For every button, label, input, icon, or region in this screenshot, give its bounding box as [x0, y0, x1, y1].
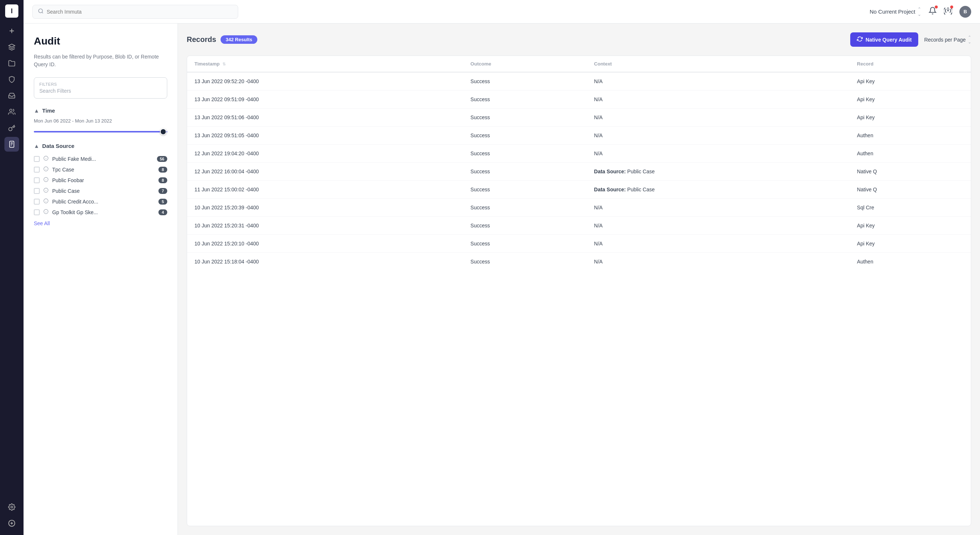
antenna-badge	[950, 5, 953, 8]
cell-outcome: Success	[463, 253, 587, 271]
filter-checkbox[interactable]	[34, 188, 40, 194]
table-row[interactable]: 12 Jun 2022 19:04:20 -0400 Success N/A A…	[187, 145, 971, 163]
table-row[interactable]: 13 Jun 2022 09:51:05 -0400 Success N/A A…	[187, 126, 971, 145]
project-selector[interactable]: No Current Project ⌃⌄	[870, 6, 921, 17]
records-per-page-selector[interactable]: Records per Page ⌃⌄	[924, 35, 971, 45]
svg-marker-2	[9, 44, 15, 47]
user-avatar[interactable]: B	[959, 6, 971, 18]
table-row[interactable]: 13 Jun 2022 09:51:09 -0400 Success N/A A…	[187, 91, 971, 109]
filter-checkbox[interactable]	[34, 167, 40, 172]
sidebar-item-key[interactable]	[5, 121, 19, 136]
cell-context: N/A	[587, 126, 850, 145]
col-context: Context	[587, 56, 850, 72]
filter-item[interactable]: Public Credit Acco... 5	[34, 196, 167, 207]
cell-outcome: Success	[463, 180, 587, 199]
cell-context: N/A	[587, 235, 850, 253]
range-slider[interactable]	[34, 128, 167, 136]
filter-item[interactable]: Public Fake Medi... 56	[34, 153, 167, 164]
range-thumb[interactable]	[160, 128, 167, 135]
see-all-link[interactable]: See All	[34, 220, 50, 226]
filter-checkbox[interactable]	[34, 177, 40, 183]
filter-badge: 4	[158, 209, 167, 215]
outcome-label: Outcome	[471, 61, 491, 67]
sidebar-item-add[interactable]	[5, 24, 19, 38]
data-source-chevron-icon: ▲	[34, 143, 39, 149]
table-header-row: Timestamp ⇅ Outcome Context Record	[187, 56, 971, 72]
svg-line-13	[42, 12, 43, 13]
filter-badge: 7	[158, 188, 167, 194]
cell-outcome: Success	[463, 126, 587, 145]
filter-item[interactable]: Public Foobar 8	[34, 175, 167, 185]
results-badge: 342 Results	[221, 35, 257, 44]
data-source-section-header[interactable]: ▲ Data Source	[34, 143, 167, 149]
cell-outcome: Success	[463, 217, 587, 235]
context-label: Context	[594, 61, 612, 67]
sidebar-item-audit[interactable]	[5, 137, 19, 152]
table-row[interactable]: 13 Jun 2022 09:52:20 -0400 Success N/A A…	[187, 72, 971, 91]
logo[interactable]: I	[5, 5, 18, 18]
sidebar-item-users[interactable]	[5, 104, 19, 119]
cell-context: N/A	[587, 72, 850, 91]
filter-badge: 8	[158, 177, 167, 183]
sidebar-item-folder[interactable]	[5, 56, 19, 71]
timestamp-sort-icon[interactable]: ⇅	[223, 62, 226, 66]
table-row[interactable]: 10 Jun 2022 15:20:31 -0400 Success N/A A…	[187, 217, 971, 235]
records-title: Records	[187, 35, 216, 44]
time-section-header[interactable]: ▲ Time	[34, 107, 167, 114]
filter-item[interactable]: Public Case 7	[34, 185, 167, 196]
cell-outcome: Success	[463, 91, 587, 109]
main-container: No Current Project ⌃⌄ B Audit Results ca…	[24, 0, 980, 535]
filter-checkbox[interactable]	[34, 199, 40, 204]
svg-point-3	[10, 109, 12, 112]
filter-checkbox[interactable]	[34, 156, 40, 162]
context-na: N/A	[594, 133, 603, 138]
col-record: Record	[850, 56, 971, 72]
cell-record: Native Q	[850, 163, 971, 180]
table-row[interactable]: 10 Jun 2022 15:20:10 -0400 Success N/A A…	[187, 235, 971, 253]
range-fill	[34, 131, 167, 133]
filter-item[interactable]: Gp Toolkit Gp Ske... 4	[34, 207, 167, 217]
table-row[interactable]: 13 Jun 2022 09:51:06 -0400 Success N/A A…	[187, 109, 971, 126]
antenna-icon[interactable]	[944, 6, 952, 16]
filters-box[interactable]: Filters Search Filters	[34, 77, 167, 99]
table-row[interactable]: 10 Jun 2022 15:20:39 -0400 Success N/A S…	[187, 199, 971, 217]
filter-name: Public Case	[52, 188, 155, 194]
cell-context: N/A	[587, 109, 850, 126]
search-bar[interactable]	[32, 5, 238, 19]
table-row[interactable]: 11 Jun 2022 15:00:02 -0400 Success Data …	[187, 180, 971, 199]
context-na: N/A	[594, 78, 603, 84]
context-na: N/A	[594, 223, 603, 228]
panel-subtitle: Results can be filtered by Purpose, Blob…	[34, 53, 167, 69]
svg-point-15	[948, 10, 948, 11]
filter-name: Public Foobar	[52, 177, 155, 183]
native-query-audit-button[interactable]: Native Query Audit	[850, 32, 919, 47]
cell-record: Api Key	[850, 235, 971, 253]
table-row[interactable]: 12 Jun 2022 16:00:04 -0400 Success Data …	[187, 163, 971, 180]
cell-outcome: Success	[463, 199, 587, 217]
search-input[interactable]	[47, 9, 233, 15]
filter-name: Tpc Case	[52, 167, 155, 172]
cell-context: N/A	[587, 145, 850, 163]
records-actions: Native Query Audit Records per Page ⌃⌄	[850, 32, 971, 47]
filter-item[interactable]: Tpc Case 8	[34, 164, 167, 175]
sidebar-item-inbox[interactable]	[5, 88, 19, 103]
notifications-icon[interactable]	[929, 6, 937, 16]
time-section-label: Time	[42, 107, 55, 114]
filter-checkbox[interactable]	[34, 209, 40, 215]
context-value: Public Case	[627, 169, 655, 174]
sidebar-item-add-bottom[interactable]	[5, 516, 19, 530]
cell-record: Authen	[850, 145, 971, 163]
context-na: N/A	[594, 204, 603, 211]
sidebar-item-settings[interactable]	[5, 500, 19, 514]
sidebar-item-layers[interactable]	[5, 40, 19, 54]
cell-outcome: Success	[463, 109, 587, 126]
cell-outcome: Success	[463, 235, 587, 253]
sidebar-item-shield[interactable]	[5, 72, 19, 87]
cell-timestamp: 13 Jun 2022 09:51:06 -0400	[187, 109, 463, 126]
cell-timestamp: 13 Jun 2022 09:51:05 -0400	[187, 126, 463, 145]
records-per-page-label: Records per Page	[924, 37, 966, 43]
refresh-icon	[857, 36, 863, 43]
cell-context: N/A	[587, 217, 850, 235]
date-range: Mon Jun 06 2022 - Mon Jun 13 2022	[34, 118, 167, 124]
table-row[interactable]: 10 Jun 2022 15:18:04 -0400 Success N/A A…	[187, 253, 971, 271]
